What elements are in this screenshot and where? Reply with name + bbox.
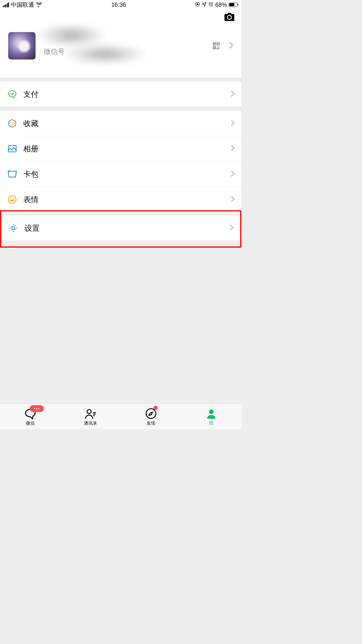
tab-me[interactable]: 我	[181, 404, 241, 429]
menu-label: 收藏	[23, 118, 231, 129]
settings-icon	[8, 223, 19, 233]
menu-item-favorites[interactable]: 收藏	[0, 111, 241, 136]
tab-label: 发现	[147, 421, 155, 426]
menu-item-cards[interactable]: 卡包	[0, 162, 241, 187]
chevron-right-icon	[231, 145, 234, 153]
unread-badge	[30, 405, 44, 412]
battery-icon	[229, 3, 239, 7]
tab-label: 微信	[26, 421, 35, 426]
signal-icon	[3, 2, 9, 7]
carrier-name: 中国联通	[11, 1, 34, 9]
stickers-icon	[7, 194, 17, 205]
highlight-annotation: 设置	[0, 210, 241, 248]
chevron-right-icon	[231, 90, 234, 98]
battery-percent: 68%	[215, 1, 227, 8]
svg-point-3	[8, 196, 16, 204]
menu-item-album[interactable]: 相册	[0, 136, 241, 161]
contacts-icon	[85, 407, 97, 420]
chevron-right-icon	[230, 224, 233, 232]
menu-item-stickers[interactable]: 表情	[0, 187, 241, 212]
menu-item-pay[interactable]: 支付	[0, 82, 241, 107]
favorites-icon	[7, 118, 17, 129]
me-icon	[206, 407, 217, 420]
svg-point-4	[10, 198, 11, 199]
svg-point-7	[87, 410, 91, 414]
album-icon	[7, 144, 17, 154]
menu-item-settings[interactable]: 设置	[1, 216, 240, 241]
camera-icon[interactable]	[224, 13, 234, 22]
svg-point-9	[209, 409, 214, 414]
header-bar	[0, 9, 241, 22]
pay-icon	[7, 89, 17, 99]
tab-discover[interactable]: 发现	[121, 404, 181, 429]
chevron-right-icon	[231, 196, 234, 203]
notification-dot	[153, 406, 158, 410]
redacted-id	[64, 44, 146, 64]
chevron-right-icon	[231, 170, 234, 178]
avatar	[8, 32, 36, 60]
redacted-name	[38, 24, 105, 47]
svg-point-8	[146, 409, 156, 418]
menu-label: 相册	[23, 144, 231, 154]
tab-label: 我	[209, 421, 213, 426]
status-time: 16:36	[111, 1, 126, 8]
menu-label: 卡包	[23, 169, 231, 179]
orientation-lock-icon	[195, 1, 200, 8]
tab-label: 通讯录	[84, 421, 97, 426]
tab-chat[interactable]: 微信	[0, 404, 60, 429]
chevron-right-icon	[229, 42, 233, 50]
svg-point-5	[13, 198, 14, 199]
chevron-right-icon	[231, 120, 234, 127]
tab-contacts[interactable]: 通讯录	[60, 404, 121, 429]
cards-icon	[7, 169, 17, 179]
menu-label: 表情	[23, 195, 231, 205]
qr-code-icon[interactable]	[212, 42, 220, 50]
svg-point-6	[12, 227, 15, 229]
profile-card[interactable]: 微信号	[0, 22, 241, 78]
menu-label: 设置	[24, 223, 230, 233]
location-icon	[202, 1, 207, 8]
alarm-icon	[208, 1, 213, 8]
tab-bar: 微信 通讯录 发现 我	[0, 404, 241, 429]
menu-label: 支付	[23, 89, 231, 99]
wifi-icon	[36, 2, 42, 7]
status-bar: 中国联通 16:36 68%	[0, 0, 241, 9]
